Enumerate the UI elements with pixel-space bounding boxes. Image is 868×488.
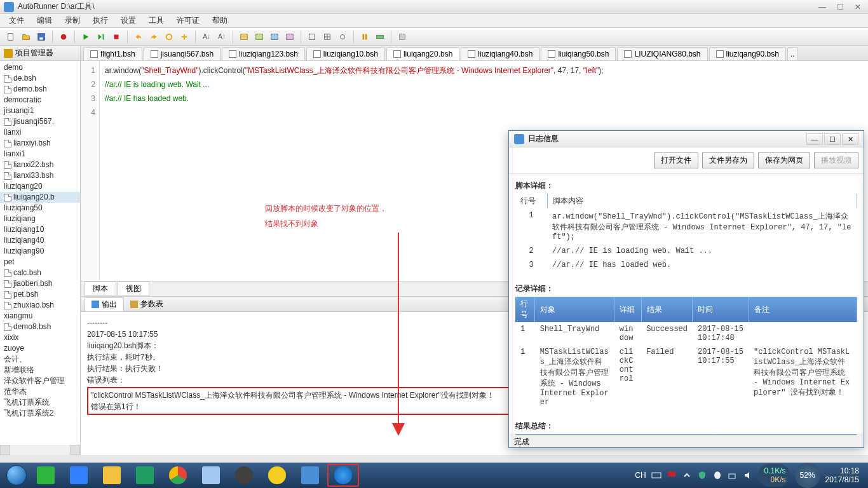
sidebar-item[interactable]: lianxi1	[0, 149, 80, 159]
task-app1[interactable]	[228, 464, 260, 487]
open-file-button[interactable]: 打开文件	[654, 152, 698, 168]
editor-tab[interactable]: flight1.bsh	[83, 47, 142, 60]
toolE-button[interactable]	[305, 30, 319, 44]
toolH-button[interactable]	[373, 30, 387, 44]
keyboard-icon[interactable]	[651, 470, 661, 480]
sidebar-item[interactable]: lianxi	[0, 127, 80, 138]
run-step-button[interactable]	[94, 30, 108, 44]
sidebar-item[interactable]: pet.bsh	[0, 289, 80, 300]
minimize-button[interactable]: —	[816, 3, 829, 11]
log-body[interactable]: 脚本详细： 行号 脚本内容 1ar.window("Shell_TrayWnd"…	[509, 174, 864, 435]
editor-tab[interactable]: liuziqiang123.bsh	[222, 47, 305, 60]
sidebar-item[interactable]: lianxi33.bsh	[0, 170, 80, 181]
task-autorunner[interactable]	[294, 464, 326, 487]
sidebar-item[interactable]: liuziqang20	[0, 181, 80, 192]
flag-icon[interactable]	[667, 470, 677, 480]
sidebar-item[interactable]: liuziqiang10	[0, 224, 80, 235]
task-chrome[interactable]	[162, 464, 194, 487]
sidebar-item[interactable]: calc.bsh	[0, 268, 80, 278]
toolA-button[interactable]	[237, 30, 251, 44]
sidebar-item[interactable]: democratic	[0, 95, 80, 105]
task-wechat[interactable]	[30, 464, 62, 487]
menu-item[interactable]: 许可证	[170, 14, 206, 27]
log-titlebar[interactable]: 日志信息 — ☐ ✕	[509, 131, 864, 147]
sidebar-hscroll[interactable]	[0, 445, 80, 455]
stop-button[interactable]	[109, 30, 123, 44]
toolF-button[interactable]	[320, 30, 334, 44]
tab-overflow[interactable]: ..	[787, 47, 798, 60]
toolD-button[interactable]	[283, 30, 297, 44]
sidebar-item[interactable]: de.bsh	[0, 73, 80, 84]
menu-item[interactable]: 帮助	[206, 14, 234, 27]
log-maximize-button[interactable]: ☐	[824, 133, 841, 145]
chevron-up-icon[interactable]	[682, 470, 692, 480]
shield-icon[interactable]	[697, 470, 707, 480]
battery-widget[interactable]: 52%	[795, 463, 820, 488]
sidebar-item[interactable]: demo8.bsh	[0, 322, 80, 332]
sidebar-item[interactable]: jisuanqi567.	[0, 116, 80, 127]
menu-item[interactable]: 录制	[58, 14, 86, 27]
toolB-button[interactable]	[252, 30, 266, 44]
project-tree[interactable]: demode.bshdemo.bshdemocraticjisuanqi1jis…	[0, 61, 80, 445]
start-button[interactable]	[4, 463, 29, 488]
sidebar-item[interactable]: demo	[0, 62, 80, 73]
sidebar-item[interactable]: liuziqang50	[0, 203, 80, 214]
sidebar-item[interactable]: 飞机订票系统2	[0, 408, 80, 419]
sidebar-item[interactable]: lianxiyi.bsh	[0, 138, 80, 149]
sidebar-item[interactable]: 泽众软件客户管理	[0, 376, 80, 386]
network-icon[interactable]	[728, 470, 738, 480]
new-button[interactable]	[4, 30, 18, 44]
sidebar-item[interactable]: liuziqiang40	[0, 235, 80, 246]
tool4-button[interactable]	[177, 30, 191, 44]
editor-tab[interactable]: LIUZIQIANG80.bsh	[617, 47, 707, 60]
editor-tab[interactable]: liuiqang20.bsh	[386, 47, 459, 60]
tool3-button[interactable]	[162, 30, 176, 44]
sidebar-item[interactable]: 范华杰	[0, 386, 80, 397]
sidebar-item[interactable]: liuiqang20.b	[0, 192, 80, 203]
ime-indicator[interactable]: CH	[635, 471, 646, 480]
menu-item[interactable]: 执行	[86, 14, 114, 27]
sidebar-item[interactable]: jisuanqi1	[0, 105, 80, 116]
task-app2[interactable]	[261, 464, 293, 487]
sidebar-item[interactable]: zhuxiao.bsh	[0, 300, 80, 311]
maximize-button[interactable]: ☐	[834, 3, 846, 11]
sidebar-item[interactable]: liuziqiang	[0, 214, 80, 224]
scroll-right-button[interactable]	[70, 445, 80, 455]
sidebar-item[interactable]: xiangmu	[0, 311, 80, 322]
clock[interactable]: 10:18 2017/8/15	[825, 466, 859, 484]
menu-item[interactable]: 编辑	[31, 14, 58, 27]
task-explorer[interactable]	[96, 464, 128, 487]
sidebar-item[interactable]: 飞机订票系统	[0, 397, 80, 408]
sidebar-item[interactable]: zuoye	[0, 343, 80, 354]
sidebar-item[interactable]: 会计、	[0, 354, 80, 365]
toolC-button[interactable]	[268, 30, 281, 44]
tab-params[interactable]: 参数表	[124, 297, 170, 311]
toolI-button[interactable]	[395, 30, 409, 44]
sidebar-item[interactable]: xixix	[0, 332, 80, 343]
sidebar-item[interactable]: demo.bsh	[0, 84, 80, 95]
font-larger-button[interactable]: A↑	[215, 30, 229, 44]
log-window[interactable]: 日志信息 — ☐ ✕ 打开文件 文件另存为 保存为网页 播放视频 脚本详细： 行…	[508, 130, 864, 448]
editor-tab[interactable]: liuiqiang50.bsh	[541, 47, 616, 60]
save-button[interactable]	[34, 30, 48, 44]
task-excel[interactable]	[129, 464, 161, 487]
menu-item[interactable]: 文件	[3, 14, 31, 27]
task-notepad[interactable]	[195, 464, 227, 487]
sidebar-item[interactable]: lianxi22.bsh	[0, 159, 80, 170]
menu-item[interactable]: 设置	[114, 14, 142, 27]
net-speed-widget[interactable]: 0.1K/s 0K/s	[758, 464, 790, 487]
sidebar-item[interactable]: jiaoben.bsh	[0, 278, 80, 289]
task-ie[interactable]	[327, 464, 359, 487]
tab-view[interactable]: 视图	[118, 281, 149, 296]
sidebar-item[interactable]: liuziqiang90	[0, 246, 80, 257]
redo-button[interactable]	[147, 30, 161, 44]
run-button[interactable]	[79, 30, 93, 44]
open-button[interactable]	[19, 30, 33, 44]
scroll-left-button[interactable]	[0, 445, 10, 455]
task-wps[interactable]	[63, 464, 95, 487]
menu-item[interactable]: 工具	[142, 14, 170, 27]
play-video-button[interactable]: 播放视频	[814, 152, 858, 168]
editor-tab[interactable]: jisuanqi567.bsh	[144, 47, 220, 60]
sidebar-item[interactable]: pet	[0, 257, 80, 268]
save-as-button[interactable]: 文件另存为	[702, 152, 754, 168]
